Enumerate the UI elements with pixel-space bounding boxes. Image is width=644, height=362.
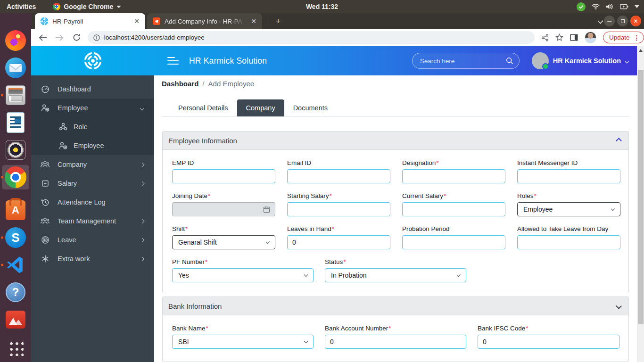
dock-ubuntu-software[interactable]: A bbox=[4, 199, 27, 222]
reload-button[interactable] bbox=[72, 33, 82, 43]
scrollbar-thumb[interactable] bbox=[638, 70, 644, 324]
tab-divider bbox=[267, 17, 267, 25]
maximize-button[interactable] bbox=[617, 16, 628, 26]
section-title: Employee Information bbox=[168, 137, 237, 145]
leaves-in-hand-input[interactable] bbox=[287, 235, 390, 249]
sidebar-item-label: Extra work bbox=[58, 255, 133, 263]
scroll-up-arrow-icon[interactable] bbox=[639, 49, 643, 52]
tab-documents[interactable]: Documents bbox=[284, 99, 337, 116]
emp-id-input[interactable] bbox=[172, 169, 275, 183]
dock-libreoffice-writer[interactable] bbox=[4, 111, 27, 134]
sidebar-item-leave[interactable]: Leave bbox=[31, 230, 154, 249]
dock-skype[interactable]: S bbox=[4, 226, 27, 249]
pf-number-select[interactable]: Yes bbox=[172, 268, 314, 282]
status-select[interactable]: In Probation bbox=[325, 268, 466, 282]
app-menu-label: Google Chrome bbox=[64, 3, 113, 10]
sidebar-item-role[interactable]: Role bbox=[31, 117, 154, 136]
sidebar-item-attendance-log[interactable]: Attendance Log bbox=[31, 193, 154, 212]
sidebar-item-dashboard[interactable]: Dashboard bbox=[31, 80, 154, 99]
new-tab-button[interactable]: + bbox=[272, 16, 284, 27]
app-header: HR Karmick Solution HR Karmick Solution bbox=[31, 46, 637, 75]
bank-name-select[interactable]: SBI bbox=[172, 335, 314, 349]
chevron-right-icon bbox=[140, 181, 145, 186]
shift-select[interactable]: Genaral Shift bbox=[172, 235, 275, 249]
leave-icon bbox=[40, 235, 50, 245]
employee-information-header[interactable]: Employee Information bbox=[163, 132, 628, 150]
joining-date-input[interactable] bbox=[172, 202, 275, 216]
forward-button[interactable] bbox=[55, 33, 65, 43]
tab-search-chevron-icon[interactable] bbox=[597, 18, 603, 24]
email-id-input[interactable] bbox=[287, 169, 390, 183]
running-indicator bbox=[1, 264, 3, 266]
tab-personal-details[interactable]: Personal Details bbox=[169, 99, 237, 116]
field-label: Starting Salary* bbox=[287, 192, 390, 199]
sidebar-item-employee[interactable]: Employee bbox=[31, 99, 154, 117]
dock-rhythmbox[interactable] bbox=[4, 139, 27, 161]
dock-vscode[interactable] bbox=[4, 254, 27, 276]
page-scrollbar[interactable] bbox=[637, 46, 644, 362]
sidebar-item-label: Leave bbox=[58, 236, 133, 244]
bank-ifsc-code-input[interactable] bbox=[478, 335, 619, 349]
back-button[interactable] bbox=[38, 33, 48, 43]
current-salary-input[interactable] bbox=[402, 202, 505, 216]
dock-show-applications[interactable] bbox=[4, 337, 27, 359]
tab-close-icon[interactable]: ✕ bbox=[133, 17, 140, 25]
running-indicator bbox=[1, 237, 3, 239]
probation-period-input[interactable] bbox=[402, 235, 505, 249]
share-icon[interactable] bbox=[541, 34, 549, 41]
dock-help[interactable]: ? bbox=[4, 281, 27, 304]
page-viewport: HR Karmick Solution HR Karmick Solution bbox=[31, 46, 644, 362]
employee-add-icon bbox=[58, 141, 68, 151]
breadcrumb-dashboard[interactable]: Dashboard bbox=[162, 80, 198, 88]
browser-tab-add-company-info[interactable]: Add Company Info - HR-PA ✕ bbox=[147, 13, 262, 29]
starting-salary-input[interactable] bbox=[287, 202, 390, 216]
chevron-up-icon[interactable] bbox=[616, 138, 622, 144]
bookmark-star-icon[interactable] bbox=[555, 33, 563, 41]
search-icon[interactable] bbox=[506, 57, 513, 65]
browser-menu-icon[interactable]: ⋮ bbox=[633, 34, 640, 41]
tab-close-icon[interactable]: ✕ bbox=[250, 17, 257, 25]
roles-select[interactable]: Employee bbox=[517, 202, 620, 216]
clock[interactable]: Wed 11:32 bbox=[306, 3, 338, 10]
chrome-icon bbox=[53, 3, 60, 10]
sidebar-item-extra-work[interactable]: Extra work bbox=[31, 249, 154, 268]
dock-file-cabinet[interactable] bbox=[4, 84, 27, 107]
activities-button[interactable]: Activities bbox=[7, 3, 36, 10]
sidebar-toggle-button[interactable] bbox=[167, 57, 179, 65]
sidebar-item-salary[interactable]: Salary bbox=[31, 174, 154, 193]
bank-account-number-input[interactable] bbox=[325, 335, 466, 349]
dock-chrome[interactable] bbox=[2, 165, 29, 189]
hr-payroll-favicon bbox=[41, 17, 48, 25]
bank-information-header[interactable]: Bank Information bbox=[163, 297, 628, 315]
side-panel-icon[interactable] bbox=[570, 34, 578, 41]
url-text[interactable]: localhost:4200/users/add-employee bbox=[104, 34, 205, 41]
add-company-favicon bbox=[153, 17, 160, 25]
user-menu[interactable]: HR Karmick Solution bbox=[532, 52, 628, 69]
chevron-down-icon[interactable] bbox=[616, 303, 622, 309]
address-bar[interactable]: localhost:4200/users/add-employee bbox=[88, 31, 535, 44]
tab-company[interactable]: Company bbox=[237, 99, 284, 116]
browser-tab-hr-payroll[interactable]: HR-Payroll ✕ bbox=[35, 13, 145, 29]
instant-messenger-id-input[interactable] bbox=[517, 169, 620, 183]
sidebar-item-employee-sub[interactable]: Employee bbox=[31, 136, 154, 155]
close-button[interactable]: ✕ bbox=[630, 16, 641, 26]
sidebar-item-team-management[interactable]: Team Management bbox=[31, 212, 154, 230]
dock-thunderbird[interactable] bbox=[4, 57, 27, 79]
allowed-leave-day-input[interactable] bbox=[517, 235, 620, 249]
dock-firefox[interactable] bbox=[4, 29, 27, 52]
minimize-button[interactable]: ─ bbox=[604, 16, 615, 26]
browser-toolbar: localhost:4200/users/add-employee Update… bbox=[31, 29, 644, 46]
update-button[interactable]: Update ⋮ bbox=[603, 32, 644, 43]
search-input[interactable] bbox=[420, 58, 506, 65]
site-info-icon[interactable] bbox=[93, 34, 100, 41]
designation-input[interactable] bbox=[402, 169, 505, 183]
app-menu[interactable]: Google Chrome bbox=[53, 3, 121, 10]
section-title: Bank Information bbox=[168, 302, 222, 310]
system-tray[interactable] bbox=[577, 2, 639, 11]
chevron-down-icon bbox=[625, 58, 629, 63]
field-label: Joining Date* bbox=[172, 192, 275, 199]
profile-avatar[interactable] bbox=[585, 32, 596, 43]
dock-media-app[interactable] bbox=[4, 308, 27, 331]
sidebar-item-company[interactable]: Company bbox=[31, 155, 154, 174]
header-search[interactable] bbox=[412, 53, 520, 69]
